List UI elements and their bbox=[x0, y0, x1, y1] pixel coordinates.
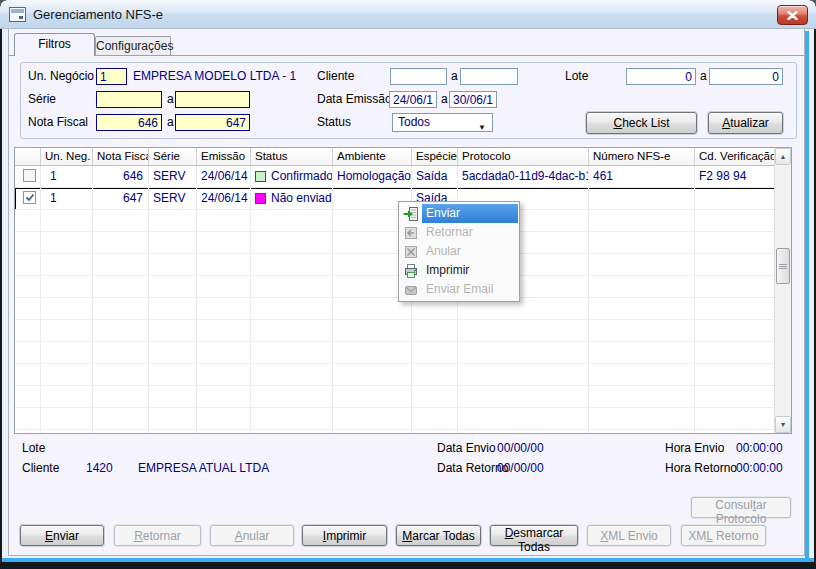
column-header-especie[interactable]: Espécie bbox=[412, 148, 458, 165]
column-header-un-neg[interactable]: Un. Neg. bbox=[41, 148, 93, 165]
cell-emissao: 24/06/14 bbox=[197, 188, 251, 210]
close-icon bbox=[787, 11, 798, 20]
column-header-cd-verificacao[interactable]: Cd. Verificação bbox=[695, 148, 774, 165]
menu-item-imprimir[interactable]: Imprimir bbox=[399, 261, 519, 280]
menu-item-label: Retornar bbox=[422, 223, 518, 242]
data-emissao-label: Data Emissão bbox=[317, 91, 392, 108]
column-header-select[interactable] bbox=[15, 148, 41, 165]
cell-un-neg: 1 bbox=[41, 188, 93, 210]
context-menu: Enviar Retornar Anular bbox=[398, 201, 520, 302]
tab-configuracoes[interactable]: Configurações bbox=[95, 36, 171, 55]
xml-retorno-button[interactable]: XML Retorno bbox=[681, 525, 766, 546]
status-select-value: Todos bbox=[398, 115, 430, 129]
menu-item-enviar-email[interactable]: Enviar Email bbox=[399, 280, 519, 299]
column-header-protocolo[interactable]: Protocolo bbox=[458, 148, 589, 165]
un-negocio-input[interactable] bbox=[96, 68, 127, 85]
close-button[interactable] bbox=[777, 5, 808, 25]
status-color-swatch bbox=[255, 171, 266, 182]
status-color-swatch bbox=[255, 193, 266, 204]
lote-label: Lote bbox=[565, 68, 588, 85]
serie-to-input[interactable] bbox=[175, 91, 250, 108]
column-header-numero-nfse[interactable]: Número NFS-e bbox=[589, 148, 695, 165]
menu-item-label: Enviar bbox=[422, 204, 518, 223]
annul-icon bbox=[399, 244, 422, 260]
data-emissao-from-input[interactable] bbox=[389, 91, 437, 108]
status-select[interactable]: Todos ▼ bbox=[392, 113, 493, 132]
desmarcar-todas-button[interactable]: Desmarcar Todas bbox=[490, 525, 578, 546]
lote-from-input[interactable] bbox=[626, 68, 696, 85]
cliente-to-input[interactable] bbox=[460, 68, 518, 85]
cliente-footer-label: Cliente bbox=[22, 460, 59, 476]
tab-filtros[interactable]: Filtros bbox=[14, 33, 95, 56]
row-checkbox-checked[interactable] bbox=[23, 191, 36, 204]
email-icon bbox=[399, 282, 422, 298]
cliente-name-value: EMPRESA ATUAL LTDA bbox=[138, 460, 269, 476]
check-icon bbox=[25, 193, 35, 202]
vertical-scrollbar[interactable]: ▲ ▼ bbox=[774, 148, 791, 433]
serie-range-separator: a bbox=[167, 91, 174, 108]
print-icon bbox=[399, 263, 422, 279]
hora-retorno-label: Hora Retorno bbox=[665, 460, 737, 476]
app-window: Gerenciamento NFS-e Configurações Filtro… bbox=[0, 0, 816, 569]
company-name-text: EMPRESA MODELO LTDA - 1 bbox=[133, 68, 296, 85]
data-emissao-range-separator: a bbox=[441, 91, 448, 108]
scroll-down-arrow-icon[interactable]: ▼ bbox=[775, 416, 791, 433]
table-row[interactable]: 1 646 SERV 24/06/14 Confirmado Homologaç… bbox=[15, 166, 791, 188]
enviar-button[interactable]: Enviar bbox=[20, 525, 104, 546]
nota-fiscal-label: Nota Fiscal bbox=[28, 114, 88, 131]
serie-from-input[interactable] bbox=[96, 91, 162, 108]
hora-envio-value: 00:00:00 bbox=[736, 440, 783, 456]
cliente-code-value: 1420 bbox=[86, 460, 113, 476]
column-header-nota-fiscal[interactable]: Nota Fiscal bbox=[93, 148, 149, 165]
menu-item-label: Imprimir bbox=[422, 261, 518, 280]
data-retorno-value: 00/00/00 bbox=[497, 460, 544, 476]
tabstrip-divider bbox=[9, 55, 804, 56]
check-list-button[interactable]: Check List bbox=[586, 112, 697, 134]
cell-serie: SERV bbox=[149, 188, 197, 210]
cliente-label: Cliente bbox=[317, 68, 354, 85]
status-label: Status bbox=[317, 114, 351, 131]
column-header-emissao[interactable]: Emissão bbox=[197, 148, 251, 165]
xml-envio-button[interactable]: XML Envio bbox=[587, 525, 671, 546]
column-header-ambiente[interactable]: Ambiente bbox=[333, 148, 412, 165]
chevron-down-icon: ▼ bbox=[478, 119, 486, 136]
data-emissao-to-input[interactable] bbox=[449, 91, 497, 108]
hora-retorno-value: 00:00:00 bbox=[736, 460, 783, 476]
menu-item-enviar[interactable]: Enviar bbox=[399, 204, 519, 223]
cell-numero-nfse bbox=[589, 188, 695, 210]
cell-numero-nfse: 461 bbox=[589, 166, 695, 188]
imprimir-button[interactable]: Imprimir bbox=[302, 525, 387, 546]
un-negocio-label: Un. Negócio bbox=[28, 68, 94, 85]
nota-fiscal-from-input[interactable] bbox=[96, 114, 162, 131]
column-header-serie[interactable]: Série bbox=[149, 148, 197, 165]
cell-un-neg: 1 bbox=[41, 166, 93, 188]
cell-cd-verificacao bbox=[695, 188, 774, 210]
scrollbar-thumb[interactable] bbox=[776, 248, 790, 284]
menu-item-label: Enviar Email bbox=[422, 280, 518, 299]
cliente-range-separator: a bbox=[451, 68, 458, 85]
scroll-up-arrow-icon[interactable]: ▲ bbox=[775, 148, 791, 165]
titlebar: Gerenciamento NFS-e bbox=[0, 0, 816, 29]
cell-status: Confirmado bbox=[251, 166, 333, 188]
nota-fiscal-to-input[interactable] bbox=[175, 114, 250, 131]
anular-button[interactable]: Anular bbox=[210, 525, 294, 546]
window-accent-right bbox=[805, 31, 809, 558]
cell-serie: SERV bbox=[149, 166, 197, 188]
consultar-protocolo-button[interactable]: Consultar Protocolo bbox=[691, 497, 791, 518]
retornar-button[interactable]: Retornar bbox=[114, 525, 201, 546]
menu-item-anular[interactable]: Anular bbox=[399, 242, 519, 261]
cell-protocolo: 5acdada0-11d9-4dac-b13l bbox=[458, 166, 589, 188]
data-envio-label: Data Envio bbox=[437, 440, 496, 456]
column-header-status[interactable]: Status bbox=[251, 148, 333, 165]
row-checkbox[interactable] bbox=[23, 169, 36, 182]
marcar-todas-button[interactable]: Marcar Todas bbox=[396, 525, 481, 546]
lote-footer-label: Lote bbox=[22, 440, 45, 456]
cliente-from-input[interactable] bbox=[390, 68, 447, 85]
window-accent-bottom bbox=[2, 558, 814, 562]
lote-to-input[interactable] bbox=[709, 68, 783, 85]
menu-item-retornar[interactable]: Retornar bbox=[399, 223, 519, 242]
hora-envio-label: Hora Envio bbox=[665, 440, 724, 456]
atualizar-button[interactable]: Atualizar bbox=[708, 112, 783, 134]
cell-especie: Saída bbox=[412, 166, 458, 188]
cell-nota-fiscal: 646 bbox=[93, 166, 149, 188]
